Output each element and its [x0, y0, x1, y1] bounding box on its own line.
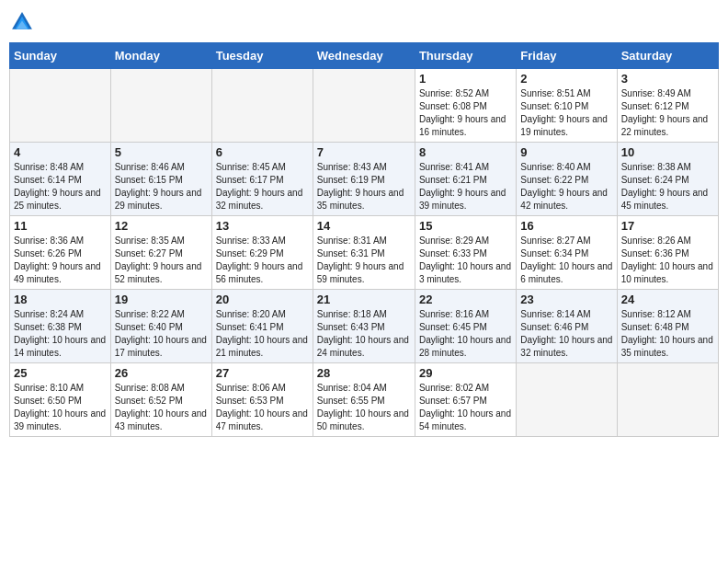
day-info: Sunrise: 8:22 AM Sunset: 6:40 PM Dayligh… — [115, 308, 208, 360]
day-number: 6 — [216, 145, 309, 159]
day-info: Sunrise: 8:04 AM Sunset: 6:55 PM Dayligh… — [317, 382, 411, 433]
day-info: Sunrise: 8:38 AM Sunset: 6:24 PM Dayligh… — [621, 161, 714, 213]
day-cell — [517, 363, 617, 437]
day-cell: 3Sunrise: 8:49 AM Sunset: 6:12 PM Daylig… — [617, 69, 718, 143]
day-cell: 10Sunrise: 8:38 AM Sunset: 6:24 PM Dayli… — [617, 143, 718, 216]
day-info: Sunrise: 8:18 AM Sunset: 6:43 PM Dayligh… — [317, 308, 411, 360]
day-number: 27 — [216, 366, 309, 380]
col-header-monday: Monday — [110, 43, 211, 69]
day-number: 18 — [14, 293, 107, 306]
col-header-tuesday: Tuesday — [211, 43, 313, 69]
day-cell: 5Sunrise: 8:46 AM Sunset: 6:15 PM Daylig… — [110, 143, 211, 216]
day-number: 25 — [14, 366, 107, 380]
day-info: Sunrise: 8:29 AM Sunset: 6:33 PM Dayligh… — [419, 235, 512, 286]
header — [9, 9, 719, 35]
day-cell: 25Sunrise: 8:10 AM Sunset: 6:50 PM Dayli… — [10, 363, 111, 437]
day-info: Sunrise: 8:45 AM Sunset: 6:17 PM Dayligh… — [216, 161, 309, 213]
day-number: 13 — [216, 219, 309, 233]
week-row-1: 1Sunrise: 8:52 AM Sunset: 6:08 PM Daylig… — [10, 69, 719, 143]
day-number: 23 — [520, 293, 612, 306]
day-info: Sunrise: 8:35 AM Sunset: 6:27 PM Dayligh… — [115, 235, 208, 286]
day-number: 4 — [14, 145, 107, 159]
day-info: Sunrise: 8:20 AM Sunset: 6:41 PM Dayligh… — [216, 308, 309, 360]
day-number: 20 — [216, 293, 309, 306]
day-number: 1 — [419, 72, 512, 86]
day-info: Sunrise: 8:16 AM Sunset: 6:45 PM Dayligh… — [419, 308, 512, 360]
day-cell — [211, 69, 313, 143]
day-number: 15 — [419, 219, 512, 233]
day-cell: 4Sunrise: 8:48 AM Sunset: 6:14 PM Daylig… — [10, 143, 111, 216]
day-cell — [313, 69, 415, 143]
day-cell: 14Sunrise: 8:31 AM Sunset: 6:31 PM Dayli… — [313, 216, 415, 290]
day-number: 16 — [520, 219, 612, 233]
day-number: 11 — [14, 219, 107, 233]
day-info: Sunrise: 8:27 AM Sunset: 6:34 PM Dayligh… — [520, 235, 612, 286]
day-number: 3 — [621, 72, 714, 86]
week-row-3: 11Sunrise: 8:36 AM Sunset: 6:26 PM Dayli… — [10, 216, 719, 290]
day-cell: 8Sunrise: 8:41 AM Sunset: 6:21 PM Daylig… — [415, 143, 516, 216]
day-number: 14 — [317, 219, 411, 233]
day-info: Sunrise: 8:31 AM Sunset: 6:31 PM Dayligh… — [317, 235, 411, 286]
page: SundayMondayTuesdayWednesdayThursdayFrid… — [0, 0, 728, 446]
day-info: Sunrise: 8:43 AM Sunset: 6:19 PM Dayligh… — [317, 161, 411, 213]
day-info: Sunrise: 8:36 AM Sunset: 6:26 PM Dayligh… — [14, 235, 107, 286]
day-info: Sunrise: 8:52 AM Sunset: 6:08 PM Dayligh… — [419, 87, 512, 139]
day-cell: 26Sunrise: 8:08 AM Sunset: 6:52 PM Dayli… — [110, 363, 211, 437]
col-header-wednesday: Wednesday — [313, 43, 415, 69]
day-info: Sunrise: 8:51 AM Sunset: 6:10 PM Dayligh… — [520, 87, 612, 139]
day-number: 8 — [419, 145, 512, 159]
day-cell: 20Sunrise: 8:20 AM Sunset: 6:41 PM Dayli… — [211, 290, 313, 363]
day-cell: 16Sunrise: 8:27 AM Sunset: 6:34 PM Dayli… — [517, 216, 617, 290]
week-row-2: 4Sunrise: 8:48 AM Sunset: 6:14 PM Daylig… — [10, 143, 719, 216]
day-cell: 15Sunrise: 8:29 AM Sunset: 6:33 PM Dayli… — [415, 216, 516, 290]
day-number: 28 — [317, 366, 411, 380]
day-number: 21 — [317, 293, 411, 306]
day-info: Sunrise: 8:06 AM Sunset: 6:53 PM Dayligh… — [216, 382, 309, 433]
logo-icon — [9, 9, 35, 35]
day-cell: 6Sunrise: 8:45 AM Sunset: 6:17 PM Daylig… — [211, 143, 313, 216]
logo — [9, 9, 39, 35]
day-number: 10 — [621, 145, 714, 159]
day-number: 5 — [115, 145, 208, 159]
day-cell: 9Sunrise: 8:40 AM Sunset: 6:22 PM Daylig… — [517, 143, 617, 216]
day-cell — [617, 363, 718, 437]
col-header-sunday: Sunday — [10, 43, 111, 69]
day-number: 19 — [115, 293, 208, 306]
day-cell: 2Sunrise: 8:51 AM Sunset: 6:10 PM Daylig… — [517, 69, 617, 143]
day-number: 9 — [520, 145, 612, 159]
day-cell: 19Sunrise: 8:22 AM Sunset: 6:40 PM Dayli… — [110, 290, 211, 363]
col-header-friday: Friday — [517, 43, 617, 69]
day-cell: 29Sunrise: 8:02 AM Sunset: 6:57 PM Dayli… — [415, 363, 516, 437]
day-cell: 27Sunrise: 8:06 AM Sunset: 6:53 PM Dayli… — [211, 363, 313, 437]
day-info: Sunrise: 8:33 AM Sunset: 6:29 PM Dayligh… — [216, 235, 309, 286]
day-info: Sunrise: 8:02 AM Sunset: 6:57 PM Dayligh… — [419, 382, 512, 433]
day-cell — [110, 69, 211, 143]
day-number: 2 — [520, 72, 612, 86]
day-number: 7 — [317, 145, 411, 159]
calendar-header-row: SundayMondayTuesdayWednesdayThursdayFrid… — [10, 43, 719, 69]
day-cell: 24Sunrise: 8:12 AM Sunset: 6:48 PM Dayli… — [617, 290, 718, 363]
day-cell: 11Sunrise: 8:36 AM Sunset: 6:26 PM Dayli… — [10, 216, 111, 290]
day-number: 26 — [115, 366, 208, 380]
day-info: Sunrise: 8:26 AM Sunset: 6:36 PM Dayligh… — [621, 235, 714, 286]
calendar-body: 1Sunrise: 8:52 AM Sunset: 6:08 PM Daylig… — [10, 69, 719, 437]
day-info: Sunrise: 8:10 AM Sunset: 6:50 PM Dayligh… — [14, 382, 107, 433]
day-number: 12 — [115, 219, 208, 233]
day-info: Sunrise: 8:14 AM Sunset: 6:46 PM Dayligh… — [520, 308, 612, 360]
day-info: Sunrise: 8:49 AM Sunset: 6:12 PM Dayligh… — [621, 87, 714, 139]
week-row-4: 18Sunrise: 8:24 AM Sunset: 6:38 PM Dayli… — [10, 290, 719, 363]
day-cell: 28Sunrise: 8:04 AM Sunset: 6:55 PM Dayli… — [313, 363, 415, 437]
day-cell: 1Sunrise: 8:52 AM Sunset: 6:08 PM Daylig… — [415, 69, 516, 143]
day-info: Sunrise: 8:08 AM Sunset: 6:52 PM Dayligh… — [115, 382, 208, 433]
col-header-saturday: Saturday — [617, 43, 718, 69]
calendar-table: SundayMondayTuesdayWednesdayThursdayFrid… — [9, 42, 719, 437]
day-number: 22 — [419, 293, 512, 306]
day-info: Sunrise: 8:46 AM Sunset: 6:15 PM Dayligh… — [115, 161, 208, 213]
day-cell: 7Sunrise: 8:43 AM Sunset: 6:19 PM Daylig… — [313, 143, 415, 216]
day-info: Sunrise: 8:48 AM Sunset: 6:14 PM Dayligh… — [14, 161, 107, 213]
day-info: Sunrise: 8:12 AM Sunset: 6:48 PM Dayligh… — [621, 308, 714, 360]
day-cell: 21Sunrise: 8:18 AM Sunset: 6:43 PM Dayli… — [313, 290, 415, 363]
day-cell: 17Sunrise: 8:26 AM Sunset: 6:36 PM Dayli… — [617, 216, 718, 290]
col-header-thursday: Thursday — [415, 43, 516, 69]
day-cell: 18Sunrise: 8:24 AM Sunset: 6:38 PM Dayli… — [10, 290, 111, 363]
